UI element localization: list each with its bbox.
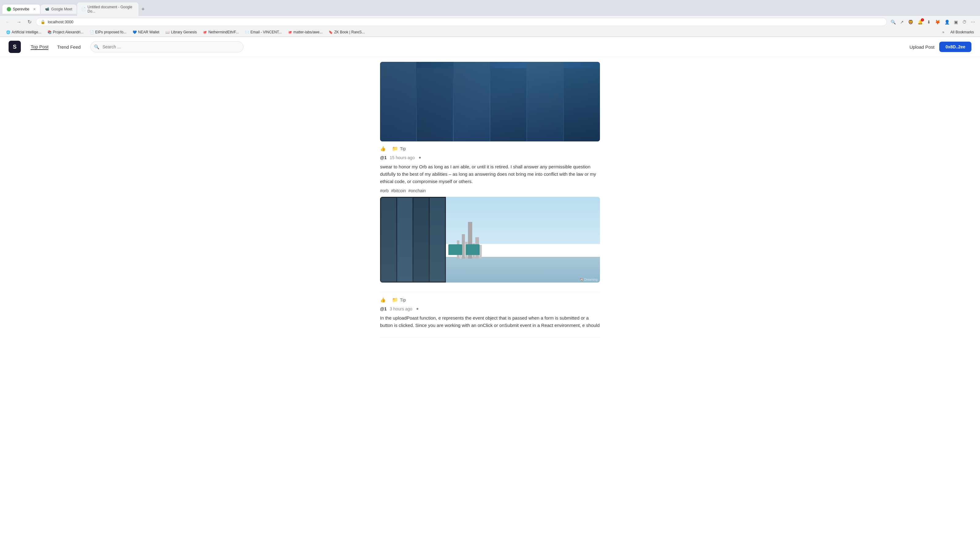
post-2-like-button[interactable]: 👍 <box>380 297 386 303</box>
bookmark-eips[interactable]: 📄 EIPs proposed fo... <box>87 29 129 35</box>
thumbs-up-icon: 👍 <box>380 146 386 151</box>
bookmark-label-near: NEAR Wallet <box>138 30 159 34</box>
bookmark-alexandria[interactable]: 📚 Project Alexandri... <box>45 29 86 35</box>
post-1-tip-button[interactable]: 📁 Tip <box>392 146 406 151</box>
brave-rewards-icon[interactable]: 🔔1 <box>916 18 924 26</box>
bookmark-label-zkbook: ZK Book | RareS... <box>334 30 365 34</box>
bookmark-favicon-libgen: 📖 <box>165 30 170 34</box>
bookmark-label-alexandria: Project Alexandri... <box>53 30 84 34</box>
post-1-dubai-image: 🏠 Dreaming <box>380 197 600 283</box>
nav-top-post[interactable]: Top Post <box>30 44 48 50</box>
bookmark-label-nethermind: NethermindEth/F... <box>208 30 239 34</box>
feed: 👍 📁 Tip @1 15 hours ago swear to honor m… <box>375 57 605 337</box>
forward-button[interactable]: → <box>15 18 23 26</box>
building-col-2 <box>417 68 453 141</box>
post-2-bullet <box>417 308 418 310</box>
tab-sperevibe[interactable]: Sperevibe ✕ <box>2 5 40 14</box>
tab-close-sperevibe[interactable]: ✕ <box>33 7 36 11</box>
app-header: S Top Post Trend Feed 🔍 Upload Post 0x8D… <box>0 37 980 57</box>
bookmark-zkbook[interactable]: 🔖 ZK Book | RareS... <box>326 29 367 35</box>
profile-icon[interactable]: 👤 <box>943 18 951 26</box>
new-tab-button[interactable]: + <box>139 5 147 14</box>
brave-shield-icon[interactable]: 🦁 <box>907 18 915 26</box>
bookmark-label-all: All Bookmarks <box>950 30 974 34</box>
upload-post-button[interactable]: Upload Post <box>910 44 935 49</box>
skyscraper-7 <box>479 245 482 259</box>
app-logo: S <box>9 41 21 53</box>
lock-icon: 🔒 <box>40 20 45 24</box>
bookmark-matter[interactable]: 🐙 matter-labs/awe... <box>285 29 325 35</box>
nav-trend-feed[interactable]: Trend Feed <box>57 44 81 49</box>
folder-icon: 📁 <box>392 146 398 151</box>
address-bar[interactable]: 🔒 localhost:3000 <box>36 18 887 26</box>
bookmark-favicon-matter: 🐙 <box>288 30 292 34</box>
post-1-tag-bitcoin[interactable]: #bitcoin <box>391 188 406 193</box>
back-button[interactable]: ← <box>4 18 12 26</box>
building-grid <box>380 62 600 141</box>
tab-label-meet: Google Meet <box>51 7 72 11</box>
bookmark-ai[interactable]: 🌐 Artificial Intellige... <box>4 29 44 35</box>
bookmark-all[interactable]: All Bookmarks <box>948 29 976 35</box>
bookmark-libgen[interactable]: 📖 Library Genesis <box>163 29 199 35</box>
tab-google-doc[interactable]: 📄 Untitled document - Google Do... <box>77 2 138 16</box>
app-nav: Top Post Trend Feed <box>30 44 81 50</box>
tab-bar: Sperevibe ✕ 📹 Google Meet 📄 Untitled doc… <box>0 0 980 16</box>
post-1-time: 15 hours ago <box>390 155 415 160</box>
address-url: localhost:3000 <box>48 20 882 24</box>
thumbs-up-icon-2: 👍 <box>380 297 386 303</box>
building-col-5 <box>527 62 563 141</box>
post-1-tip-label: Tip <box>400 146 406 151</box>
post-1-tags: #orb #bitcoin #onchain <box>380 188 600 193</box>
extensions-icon[interactable]: 🦊 <box>934 18 942 26</box>
app: S Top Post Trend Feed 🔍 Upload Post 0x8D… <box>0 37 980 551</box>
chair-left <box>449 244 462 255</box>
folder-icon-2: 📁 <box>392 297 398 303</box>
tab-favicon-doc: 📄 <box>81 7 86 11</box>
bookmark-near[interactable]: 💙 NEAR Wallet <box>130 29 162 35</box>
bookmark-favicon-email: ✉️ <box>245 30 249 34</box>
tab-label-doc: Untitled document - Google Do... <box>88 5 134 13</box>
reload-button[interactable]: ↻ <box>26 18 33 26</box>
history-icon[interactable]: ⏱ <box>961 18 968 26</box>
post-1-like-button[interactable]: 👍 <box>380 146 386 151</box>
post-2-tip-button[interactable]: 📁 Tip <box>392 297 406 303</box>
bookmark-favicon-near: 💙 <box>133 30 137 34</box>
watermark: 🏠 Dreaming <box>580 278 598 281</box>
share-icon-btn[interactable]: ↗ <box>899 18 905 26</box>
bookmark-favicon-ai: 🌐 <box>6 30 10 34</box>
post-1: 👍 📁 Tip @1 15 hours ago swear to honor m… <box>380 57 600 292</box>
bookmark-label-email: Email - VINCENT... <box>250 30 282 34</box>
building-col-6 <box>564 68 600 141</box>
bookmarks-more-button[interactable]: » <box>940 29 947 35</box>
post-1-author: @1 <box>380 155 387 160</box>
post-1-top-image <box>380 62 600 141</box>
logo-text: S <box>13 44 16 50</box>
header-right: Upload Post 0x8D..2ee <box>910 41 971 52</box>
post-1-tag-onchain[interactable]: #onchain <box>408 188 426 193</box>
tab-favicon-sperevibe <box>7 7 11 11</box>
post-2-author: @1 <box>380 306 387 311</box>
search-icon: 🔍 <box>94 44 99 49</box>
skyscraper-3 <box>462 234 465 259</box>
post-2: 👍 📁 Tip @1 3 hours ago In the uploadPoas… <box>380 292 600 337</box>
bookmark-nethermind[interactable]: 🐙 NethermindEth/F... <box>200 29 241 35</box>
bookmark-email[interactable]: ✉️ Email - VINCENT... <box>243 29 284 35</box>
tab-favicon-meet: 📹 <box>45 7 49 11</box>
glass-pane-1 <box>381 198 396 282</box>
search-icon-btn[interactable]: 🔍 <box>889 18 897 26</box>
bookmark-label-libgen: Library Genesis <box>171 30 197 34</box>
search-input[interactable] <box>90 41 243 52</box>
bookmark-favicon-alexandria: 📚 <box>48 30 52 34</box>
post-2-actions: 👍 📁 Tip <box>380 297 600 303</box>
tab-google-meet[interactable]: 📹 Google Meet <box>41 5 76 14</box>
bookmark-favicon-eips: 📄 <box>90 30 94 34</box>
settings-icon[interactable]: ⋯ <box>970 18 976 26</box>
bookmarks-bar: 🌐 Artificial Intellige... 📚 Project Alex… <box>0 28 980 37</box>
sidebar-icon[interactable]: ▣ <box>953 18 959 26</box>
wallet-button[interactable]: 0x8D..2ee <box>939 41 971 52</box>
post-1-tag-orb[interactable]: #orb <box>380 188 389 193</box>
toolbar-icons: 🔍 ↗ 🦁 🔔1 ⬇ 🦊 👤 ▣ ⏱ ⋯ <box>889 18 976 26</box>
search-container: 🔍 <box>90 41 243 52</box>
download-icon[interactable]: ⬇ <box>926 18 932 26</box>
bookmark-label-ai: Artificial Intellige... <box>12 30 41 34</box>
